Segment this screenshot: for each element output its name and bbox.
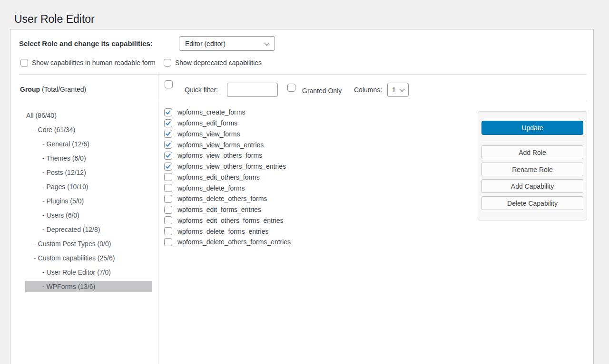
- capability-label: wpforms_view_forms_entries: [177, 141, 264, 149]
- capability-row: wpforms_edit_others_forms: [164, 172, 291, 183]
- group-item[interactable]: - Pages (10/10): [25, 181, 152, 192]
- capability-row: wpforms_edit_forms_entries: [164, 204, 291, 215]
- group-item[interactable]: - Custom capabilities (25/6): [25, 252, 152, 264]
- group-item[interactable]: - Posts (12/12): [25, 167, 152, 178]
- group-item-label: - Pages (10/10): [42, 183, 88, 191]
- delete-capability-button[interactable]: Delete Capability: [481, 196, 583, 210]
- capability-label: wpforms_view_others_forms: [177, 152, 262, 159]
- capability-label: wpforms_delete_forms_entries: [177, 228, 268, 235]
- group-item-label: - Custom capabilities (25/6): [34, 254, 115, 262]
- capability-row: wpforms_view_forms: [164, 129, 291, 140]
- capability-row: wpforms_delete_forms_entries: [164, 226, 291, 237]
- group-item[interactable]: - Plugins (5/0): [25, 195, 152, 207]
- group-item[interactable]: - Themes (6/0): [25, 153, 152, 164]
- group-item[interactable]: - Custom Post Types (0/0): [25, 238, 152, 249]
- group-item-label: - General (12/6): [42, 140, 89, 148]
- select-all-checkbox[interactable]: [165, 80, 173, 88]
- group-item[interactable]: - General (12/6): [25, 138, 152, 150]
- capability-checkbox[interactable]: [164, 216, 172, 224]
- capability-checkbox[interactable]: [164, 163, 172, 171]
- capability-label: wpforms_edit_others_forms_entries: [177, 217, 284, 224]
- check-icon: [165, 120, 171, 126]
- check-icon: [165, 109, 171, 115]
- group-item[interactable]: - WPForms (13/6): [25, 281, 152, 292]
- capabilities-list: wpforms_create_formswpforms_edit_formswp…: [164, 107, 291, 248]
- rename-role-button[interactable]: Rename Role: [481, 163, 583, 176]
- columns-select-value: 1: [392, 86, 396, 94]
- quick-filter-label: Quick filter:: [185, 86, 218, 94]
- capability-label: wpforms_delete_others_forms: [177, 195, 267, 202]
- vertical-divider: [158, 75, 158, 364]
- actions-panel: Update Add RoleRename RoleAdd Capability…: [478, 111, 587, 220]
- human-readable-checkbox[interactable]: [20, 59, 28, 67]
- show-deprecated-label: Show deprecated capabilities: [175, 59, 262, 67]
- granted-only-checkbox[interactable]: [287, 84, 295, 92]
- add-role-button[interactable]: Add Role: [481, 145, 583, 159]
- group-item-label: - Core (61/34): [34, 126, 75, 134]
- group-header-title: Group: [20, 86, 40, 93]
- capability-checkbox[interactable]: [164, 108, 172, 116]
- divider: [481, 141, 583, 141]
- group-item-label: - Deprecated (12/8): [42, 226, 100, 233]
- capability-label: wpforms_edit_others_forms: [177, 173, 260, 181]
- check-icon: [165, 153, 171, 159]
- capability-row: wpforms_edit_others_forms_entries: [164, 215, 291, 226]
- group-item-label: - Custom Post Types (0/0): [34, 240, 111, 248]
- granted-only-label: Granted Only: [302, 87, 342, 95]
- group-item[interactable]: - User Role Editor (7/0): [25, 267, 152, 278]
- capability-checkbox[interactable]: [164, 141, 172, 149]
- update-button[interactable]: Update: [481, 121, 583, 135]
- role-selector-label: Select Role and change its capabilities:: [19, 39, 153, 48]
- capability-checkbox[interactable]: [164, 195, 172, 203]
- capability-label: wpforms_edit_forms_entries: [177, 206, 261, 213]
- capability-row: wpforms_create_forms: [164, 107, 291, 118]
- capability-checkbox[interactable]: [164, 130, 172, 138]
- check-icon: [165, 131, 171, 137]
- capability-checkbox[interactable]: [164, 152, 172, 160]
- role-select[interactable]: Editor (editor): [179, 36, 275, 51]
- group-item[interactable]: - Deprecated (12/8): [25, 224, 152, 235]
- group-item-label: All (86/40): [26, 112, 57, 119]
- group-item[interactable]: - Core (61/34): [25, 124, 152, 135]
- capability-label: wpforms_view_others_forms_entries: [177, 163, 286, 170]
- capability-checkbox[interactable]: [164, 119, 172, 127]
- capability-checkbox[interactable]: [164, 238, 172, 246]
- check-icon: [165, 142, 171, 148]
- capability-checkbox[interactable]: [164, 206, 172, 214]
- chevron-down-icon: [264, 40, 269, 45]
- group-item-label: - Users (6/0): [42, 211, 79, 219]
- group-item[interactable]: - Users (6/0): [25, 210, 152, 221]
- capability-label: wpforms_delete_forms: [177, 184, 245, 192]
- add-capability-button[interactable]: Add Capability: [481, 179, 583, 193]
- capability-row: wpforms_delete_others_forms_entries: [164, 237, 291, 248]
- capability-checkbox[interactable]: [164, 227, 172, 235]
- page-title: User Role Editor: [14, 12, 95, 27]
- capability-row: wpforms_edit_forms: [164, 118, 291, 129]
- divider: [19, 101, 587, 101]
- group-item-label: - Posts (12/12): [42, 169, 86, 176]
- capability-row: wpforms_view_forms_entries: [164, 139, 291, 150]
- capability-row: wpforms_delete_others_forms: [164, 193, 291, 204]
- capability-label: wpforms_delete_others_forms_entries: [177, 238, 291, 246]
- group-item-label: - WPForms (13/6): [42, 283, 95, 290]
- check-icon: [165, 163, 171, 170]
- show-deprecated-checkbox[interactable]: [164, 59, 171, 67]
- divider: [19, 74, 587, 75]
- columns-label: Columns:: [354, 86, 382, 94]
- group-item[interactable]: All (86/40): [25, 110, 152, 121]
- role-select-value: Editor (editor): [185, 40, 226, 48]
- capability-label: wpforms_create_forms: [177, 108, 245, 116]
- capability-checkbox[interactable]: [164, 184, 172, 192]
- capability-row: wpforms_view_others_forms: [164, 150, 291, 161]
- columns-select[interactable]: 1: [387, 83, 409, 97]
- capability-label: wpforms_edit_forms: [177, 119, 237, 127]
- group-header: Group (Total/Granted): [20, 86, 86, 93]
- groups-tree: All (86/40)- Core (61/34)- General (12/6…: [25, 110, 152, 295]
- user-role-editor-panel: Select Role and change its capabilities:…: [10, 29, 594, 364]
- capability-checkbox[interactable]: [164, 173, 172, 181]
- group-header-suffix: (Total/Granted): [42, 86, 86, 93]
- group-item-label: - User Role Editor (7/0): [42, 268, 111, 276]
- group-item-label: - Themes (6/0): [42, 154, 86, 162]
- group-item-label: - Plugins (5/0): [42, 197, 84, 205]
- quick-filter-input[interactable]: [227, 83, 278, 97]
